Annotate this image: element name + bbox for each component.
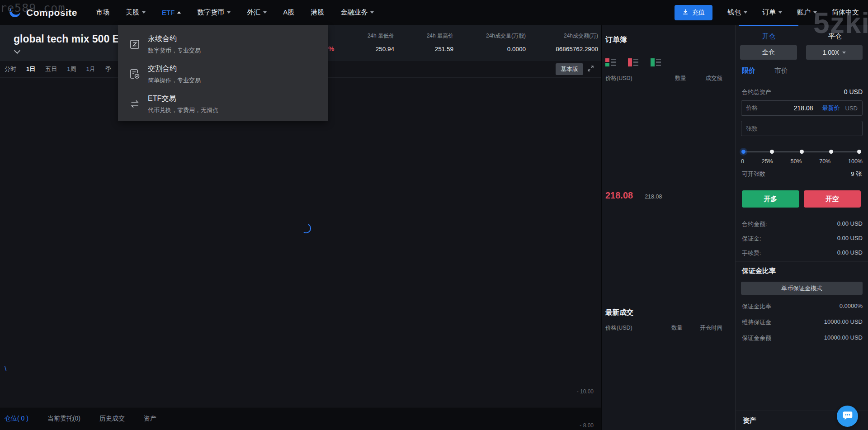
nav-item-us-stocks[interactable]: 美股 bbox=[126, 8, 146, 17]
top-nav: Composite 市场 美股 ETF 数字货币 外汇 A股 港股 金融业务 充… bbox=[0, 0, 868, 25]
chevron-down-icon bbox=[842, 52, 846, 54]
menu-item-etf-trading[interactable]: ETF交易 代币兑换，零费用，无滑点 bbox=[118, 89, 328, 119]
nav-item-market[interactable]: 市场 bbox=[96, 8, 109, 17]
nav-item-forex[interactable]: 外汇 bbox=[247, 8, 267, 17]
view-both-icon[interactable] bbox=[605, 58, 616, 66]
contract-amount-row: 合约金额: 0.00 USD bbox=[742, 220, 863, 228]
language-selector[interactable]: 简体中文 bbox=[832, 8, 859, 17]
nav-item-wallet[interactable]: 钱包 bbox=[727, 8, 747, 17]
tab-close-position[interactable]: 平仓 bbox=[802, 25, 868, 44]
tf-quarter[interactable]: 季 bbox=[105, 65, 111, 73]
swap-icon bbox=[129, 98, 141, 110]
nav-item-orders[interactable]: 订单 bbox=[762, 8, 782, 17]
divider bbox=[736, 261, 868, 262]
single-currency-margin-mode-button[interactable]: 单币保证金模式 bbox=[741, 282, 863, 295]
price-value: 218.08 bbox=[794, 104, 813, 112]
tab-limit-order[interactable]: 限价 bbox=[742, 66, 755, 75]
chevron-down-icon bbox=[744, 11, 747, 14]
quantity-input[interactable] bbox=[746, 125, 858, 132]
contract-icon bbox=[129, 38, 141, 50]
tab-open-position[interactable]: 开仓 bbox=[736, 25, 802, 44]
slider-dot-70[interactable] bbox=[829, 150, 833, 154]
basic-version-badge[interactable]: 基本版 bbox=[556, 63, 583, 75]
chevron-down-icon bbox=[370, 11, 374, 14]
price-axis-label: - 10.00 bbox=[577, 388, 594, 395]
tab-market-order[interactable]: 市价 bbox=[774, 66, 788, 75]
etf-dropdown-menu: 永续合约 数字货币，专业交易 交割合约 简单操作，专业交易 bbox=[118, 25, 328, 121]
brand-name: Composite bbox=[26, 7, 77, 18]
slider-dot-0[interactable] bbox=[741, 150, 745, 154]
symbol-name: global tech mix 500 ETF bbox=[14, 33, 132, 45]
nav-right: 充值 钱包 订单 账户 简体中文 bbox=[675, 5, 868, 20]
view-bids-icon[interactable] bbox=[651, 58, 661, 66]
maintenance-margin-row: 维持保证金 10000.00 USD bbox=[742, 318, 863, 326]
leverage-button[interactable]: 1.00X bbox=[806, 45, 863, 60]
chart-area bbox=[0, 78, 601, 407]
stray-glyph: \ bbox=[5, 364, 6, 372]
primary-nav: 市场 美股 ETF 数字货币 外汇 A股 港股 金融业务 bbox=[96, 8, 374, 17]
last-price-secondary: 218.08 bbox=[645, 194, 662, 200]
margin-row: 保证金: 0.00 USD bbox=[742, 235, 863, 243]
tf-1month[interactable]: 1月 bbox=[86, 65, 95, 73]
nav-item-account[interactable]: 账户 bbox=[797, 8, 817, 17]
total-assets-row: 合约总资产 0 USD bbox=[742, 88, 863, 96]
tf-5day[interactable]: 五日 bbox=[45, 65, 57, 73]
tf-1week[interactable]: 1周 bbox=[67, 65, 76, 73]
brand[interactable]: Composite bbox=[0, 5, 96, 20]
expand-icon[interactable] bbox=[587, 65, 594, 73]
nav-item-a-shares[interactable]: A股 bbox=[283, 8, 294, 17]
slider-dot-25[interactable] bbox=[770, 150, 774, 154]
last-price: 218.08 bbox=[605, 190, 633, 201]
tab-positions[interactable]: 仓位( 0 ) bbox=[5, 415, 28, 423]
stat-24h-high: 24h 最高价 251.59 bbox=[427, 25, 453, 52]
available-contracts-row: 可开张数 9 张 bbox=[742, 170, 862, 178]
fee-row: 手续费: 0.00 USD bbox=[742, 249, 863, 257]
open-long-button[interactable]: 开多 bbox=[742, 190, 799, 208]
order-book-view-toggles bbox=[605, 58, 661, 66]
slider-dot-100[interactable] bbox=[857, 150, 861, 154]
tf-1day[interactable]: 1日 bbox=[26, 65, 35, 73]
chevron-down-icon bbox=[142, 11, 146, 14]
stat-24h-turnover: 24h成交额(万) 86865762.2900 bbox=[556, 25, 598, 52]
tf-intraday[interactable]: 分时 bbox=[5, 65, 16, 73]
chevron-down-icon bbox=[813, 11, 817, 14]
leverage-percent-slider[interactable] bbox=[742, 150, 861, 154]
price-field[interactable]: 价格 218.08 最新价 USD bbox=[741, 100, 863, 116]
slider-labels: 0 25% 50% 70% 100% bbox=[741, 158, 863, 165]
nav-item-crypto[interactable]: 数字货币 bbox=[197, 8, 231, 17]
stat-24h-volume: 24h成交量(万股) 0.0000 bbox=[486, 25, 526, 52]
download-icon bbox=[682, 9, 689, 16]
loading-spinner-icon bbox=[300, 222, 312, 235]
trade-panel: 开仓 平仓 全仓 1.00X 限价 市价 合约总资产 0 USD 价格 218.… bbox=[735, 25, 868, 430]
nav-item-financial-services[interactable]: 金融业务 bbox=[340, 8, 374, 17]
chevron-down-icon bbox=[14, 47, 20, 54]
last-price-row[interactable]: 218.08 218.08 bbox=[605, 190, 662, 201]
use-latest-price-button[interactable]: 最新价 bbox=[822, 104, 840, 112]
trade-tabs: 开仓 平仓 bbox=[736, 25, 868, 44]
nav-item-etf[interactable]: ETF bbox=[162, 9, 181, 16]
tab-open-orders[interactable]: 当前委托(0) bbox=[47, 415, 80, 423]
order-type-tabs: 限价 市价 bbox=[742, 66, 788, 75]
order-book-header: 价格(USD) 数量 成交额 bbox=[605, 75, 722, 82]
chevron-up-icon bbox=[177, 11, 181, 14]
deposit-button[interactable]: 充值 bbox=[675, 5, 712, 20]
chat-bubble-icon bbox=[842, 410, 854, 423]
open-short-button[interactable]: 开空 bbox=[804, 190, 861, 208]
chat-support-button[interactable] bbox=[837, 406, 858, 427]
slider-dot-50[interactable] bbox=[800, 150, 804, 154]
menu-item-delivery-contract[interactable]: 交割合约 简单操作，专业交易 bbox=[118, 59, 328, 89]
tab-assets[interactable]: 资产 bbox=[144, 415, 156, 423]
change-percent-fragment: % bbox=[328, 45, 334, 52]
margin-mode-button[interactable]: 全仓 bbox=[740, 45, 797, 60]
menu-item-perpetual-contract[interactable]: 永续合约 数字货币，专业交易 bbox=[118, 29, 328, 59]
brand-logo-icon bbox=[8, 5, 22, 20]
nav-item-hk-stocks[interactable]: 港股 bbox=[311, 8, 324, 17]
app-root: Composite 市场 美股 ETF 数字货币 外汇 A股 港股 金融业务 充… bbox=[0, 0, 868, 430]
tab-history[interactable]: 历史成交 bbox=[99, 415, 125, 423]
symbol-selector[interactable]: global tech mix 500 ETF bbox=[14, 33, 132, 45]
chevron-down-icon bbox=[778, 11, 782, 14]
order-book-panel: 订单簿 价格(USD) 数量 成交额 218.08 218.08 最新成交 bbox=[601, 25, 735, 430]
price-axis-label: - 8.00 bbox=[580, 422, 594, 429]
latest-trades-title: 最新成交 bbox=[605, 308, 633, 317]
view-asks-icon[interactable] bbox=[628, 58, 638, 66]
